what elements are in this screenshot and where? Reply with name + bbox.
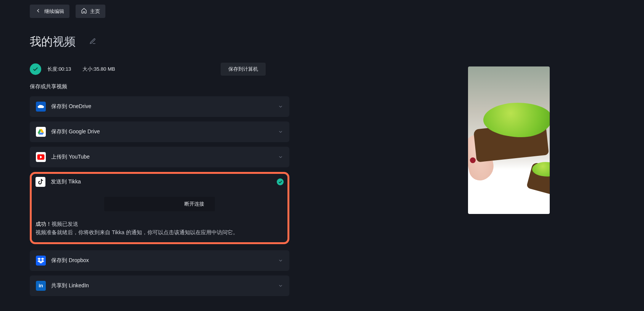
- title-bold: 我的: [30, 35, 53, 48]
- share-row-dropbox[interactable]: 保存到 Dropbox: [30, 250, 289, 271]
- video-thumbnail[interactable]: [468, 66, 550, 214]
- tiktok-header[interactable]: 发送到 Tikka: [36, 177, 284, 187]
- stats-row: 长度:00:13 大小:35.80 MB 保存到计算机: [30, 63, 289, 75]
- dropbox-icon: [36, 256, 46, 266]
- home-icon: [81, 8, 87, 15]
- share-row-onedrive[interactable]: 保存到 OneDrive: [30, 96, 289, 117]
- title-light: 视频: [53, 35, 76, 48]
- save-to-computer-label: 保存到计算机: [228, 66, 258, 72]
- status-check-icon: [30, 63, 41, 75]
- youtube-icon: [36, 152, 46, 162]
- tiktok-success-message: 成功！视频已发送 视频准备就绪后，你将收到来自 Tikka 的通知，你可以点击该…: [36, 220, 284, 237]
- share-section-label: 保存或共享视频: [30, 83, 289, 90]
- home-label: 主页: [90, 8, 100, 15]
- top-bar: 继续编辑 主页: [30, 5, 289, 18]
- success-detail: 视频准备就绪后，你将收到来自 Tikka 的通知，你可以点击该通知以在应用中访问…: [36, 228, 284, 236]
- gdrive-icon: [36, 127, 46, 137]
- preview-pane: [289, 5, 629, 301]
- title-row: 我的视频: [30, 34, 289, 50]
- dropbox-label: 保存到 Dropbox: [51, 257, 89, 264]
- success-prefix: 成功！: [36, 221, 52, 227]
- length-label: 长度:: [47, 66, 59, 72]
- pencil-icon[interactable]: [89, 38, 96, 46]
- youtube-label: 上传到 YouTube: [51, 154, 90, 160]
- size-label: 大小:: [82, 66, 94, 72]
- length-value: 00:13: [59, 66, 71, 72]
- share-row-linkedin[interactable]: in 共享到 LinkedIn: [30, 275, 289, 296]
- continue-edit-label: 继续编辑: [44, 8, 64, 15]
- success-suffix: 视频已发送: [52, 221, 78, 227]
- home-button[interactable]: 主页: [76, 5, 105, 18]
- tiktok-connected-icon: [277, 178, 284, 185]
- tiktok-icon: [36, 177, 45, 187]
- chevron-down-icon: [278, 129, 283, 134]
- page-title: 我的视频: [30, 34, 76, 50]
- disconnect-label: 断开连接: [184, 201, 204, 207]
- share-row-gdrive[interactable]: 保存到 Google Drive: [30, 121, 289, 142]
- onedrive-icon: [36, 102, 46, 112]
- chevron-down-icon: [278, 154, 283, 160]
- arrow-left-icon: [35, 8, 41, 15]
- tiktok-label: 发送到 Tikka: [51, 178, 81, 185]
- share-panel-tiktok: 发送到 Tikka 断开连接 成功！视频已发送 视频准备就绪后，你将收到来自 T…: [30, 172, 289, 244]
- save-to-computer-button[interactable]: 保存到计算机: [221, 63, 266, 76]
- gdrive-label: 保存到 Google Drive: [51, 128, 100, 135]
- length-stat: 长度:00:13: [47, 66, 71, 73]
- size-value: 35.80 MB: [94, 66, 115, 72]
- chevron-down-icon: [278, 283, 283, 288]
- linkedin-label: 共享到 LinkedIn: [51, 282, 89, 289]
- onedrive-label: 保存到 OneDrive: [51, 103, 91, 110]
- continue-edit-button[interactable]: 继续编辑: [30, 5, 69, 18]
- chevron-down-icon: [278, 258, 283, 263]
- disconnect-button[interactable]: 断开连接: [104, 197, 215, 211]
- chevron-down-icon: [278, 104, 283, 109]
- linkedin-icon: in: [36, 281, 46, 291]
- size-stat: 大小:35.80 MB: [82, 66, 115, 73]
- share-row-youtube[interactable]: 上传到 YouTube: [30, 147, 289, 167]
